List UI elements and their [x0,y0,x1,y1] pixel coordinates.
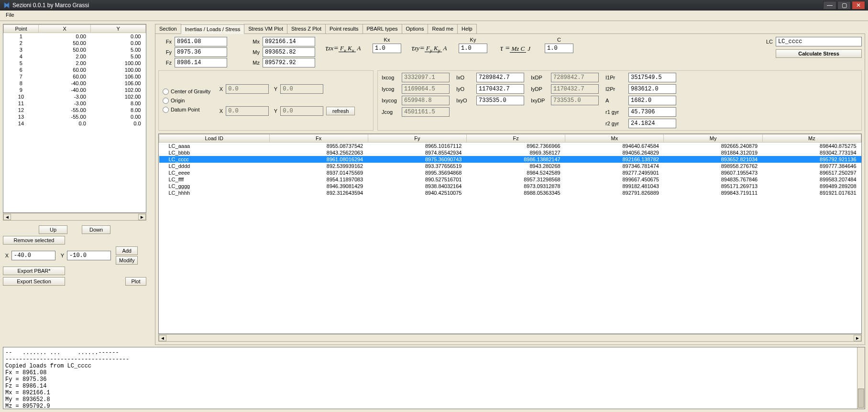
table-row[interactable]: LC_dddd892.539939162893.3776565198943.28… [159,163,861,169]
tab-read-me[interactable]: Read me [428,24,458,33]
table-row[interactable]: 140.00.0 [4,120,146,127]
loads-header[interactable]: Mz [762,134,861,143]
tab-inertias-loads-stress[interactable]: Inertias / Loads / Stress [181,24,245,34]
tab-section[interactable]: Section [155,24,181,33]
scroll-left-icon[interactable]: ◄ [159,335,166,341]
table-row[interactable]: 10-3.00102.00 [4,93,146,100]
mx-input[interactable] [263,37,315,46]
remove-selected-button[interactable]: Remove selected [3,236,65,245]
mx-label: Mx [246,39,260,45]
iyo-label: IyO [456,86,474,92]
loads-header[interactable]: Fy [368,134,466,143]
iyo-input[interactable] [476,84,524,94]
r2-input[interactable] [628,119,676,128]
tab-help[interactable]: Help [457,24,477,33]
table-row[interactable]: 11-3.008.00 [4,100,146,107]
plot-button[interactable]: Plot [125,277,146,286]
loads-header[interactable]: Load ID [159,134,270,143]
table-row[interactable]: 13-55.000.00 [4,113,146,120]
y-input[interactable] [67,251,111,260]
table-row[interactable]: LC_aaaa8955.087375428965.101671128962.73… [159,143,861,150]
points-hscroll[interactable]: ◄ ► [3,213,146,221]
table-row[interactable]: LC_hhhh892.3126435948940.425100758988.05… [159,189,861,196]
console-vscroll[interactable] [857,347,865,409]
tab-stress-z-plot[interactable]: Stress Z Plot [287,24,326,33]
i2pr-label: I2Pr [605,86,626,92]
table-row[interactable]: 42.005.00 [4,53,146,60]
table-row[interactable]: 10.000.00 [4,33,146,40]
menu-file[interactable]: File [3,11,17,19]
loads-header[interactable]: Mx [565,134,664,143]
tab-options[interactable]: Options [402,24,429,33]
scroll-left-icon[interactable]: ◄ [3,214,11,220]
up-button[interactable]: Up [39,225,67,234]
loads-header[interactable]: Fz [466,134,565,143]
iycog-value [402,84,450,94]
table-row[interactable]: LC_gggg8946.390814298938.840321648973.09… [159,183,861,189]
points-header[interactable]: Point [4,25,39,33]
loads-header[interactable]: Fx [269,134,368,143]
tau-zx-formula: τzx=Fx KxA [325,37,363,60]
ky-input[interactable] [459,44,487,53]
table-row[interactable]: 660.00100.00 [4,67,146,73]
cg-radio[interactable]: Center of Gravity [163,89,210,95]
origin-radio[interactable]: Origin [163,98,210,104]
c-input[interactable] [545,44,573,53]
table-row[interactable]: LC_bbbb8943.256220638974.855429348969.35… [159,149,861,156]
mz-input[interactable] [263,58,315,67]
table-row[interactable]: 250.000.00 [4,40,146,46]
fz-input[interactable] [175,58,227,67]
loads-hscroll[interactable]: ◄ ► [158,334,862,342]
loads-header[interactable]: My [664,134,762,143]
tab-point-results[interactable]: Point results [325,24,363,33]
scroll-right-icon[interactable]: ► [138,214,146,220]
close-button[interactable]: ✕ [852,1,865,10]
ixcog-label: Ixcog [382,75,400,80]
tab-stress-vm-plot[interactable]: Stress VM Plot [244,24,287,33]
lc-label: LC [763,39,773,45]
i1pr-input[interactable] [628,73,676,82]
points-table[interactable]: PointXY 10.000.00250.000.00350.005.0042.… [3,24,146,213]
scroll-right-icon[interactable]: ► [854,335,861,341]
table-row[interactable]: 9-40.00102.00 [4,87,146,93]
ixo-input[interactable] [476,73,524,82]
fx-label: Fx [158,39,172,45]
table-row[interactable]: LC_ffff8954.11897083890.5275167018957.31… [159,176,861,183]
kx-input[interactable] [373,44,401,53]
table-row[interactable]: LC_cccc8961.080162948975.360907438986.13… [159,156,861,163]
table-row[interactable]: 760.00106.00 [4,73,146,80]
dp-radio[interactable]: Datum Point [163,107,210,113]
loads-table[interactable]: Load IDFxFyFzMxMyMz LC_aaaa8955.08737542… [158,134,862,334]
lc-input[interactable] [776,37,862,46]
table-row[interactable]: 8-40.00106.00 [4,80,146,87]
refresh-button[interactable]: refresh [326,107,355,115]
console-output[interactable]: -- ....... ... ......------ ------------… [3,347,865,409]
r1-input[interactable] [628,107,676,117]
fx-input[interactable] [175,37,227,46]
points-header[interactable]: Y [91,25,146,33]
table-row[interactable]: LC_eeee8937.014755698995.356948688984.52… [159,169,861,176]
calculate-stress-button[interactable]: Calculate Stress [776,49,862,58]
ixydp-value [551,96,599,105]
x-input[interactable] [11,251,55,260]
ky-label: Ky [470,37,476,43]
table-row[interactable]: 12-55.008.00 [4,107,146,113]
minimize-button[interactable]: — [823,1,836,10]
export-section-button[interactable]: Export Section [3,277,65,286]
ixycog-value [402,96,450,105]
table-row[interactable]: 52.00100.00 [4,60,146,67]
y-label: Y [58,253,64,258]
down-button[interactable]: Down [82,225,110,234]
tab-pbarl-types[interactable]: PBARL types [363,24,402,33]
modify-button[interactable]: Modify [116,256,138,265]
table-row[interactable]: 350.005.00 [4,46,146,53]
add-button[interactable]: Add [116,246,138,255]
a-input[interactable] [628,96,676,105]
my-input[interactable] [263,47,315,57]
fy-input[interactable] [175,47,227,57]
maximize-button[interactable]: ▢ [837,1,851,10]
export-pbar-button[interactable]: Export PBAR* [3,267,65,275]
ixyo-input[interactable] [476,96,524,105]
i2pr-input[interactable] [628,84,676,94]
points-header[interactable]: X [38,25,90,33]
